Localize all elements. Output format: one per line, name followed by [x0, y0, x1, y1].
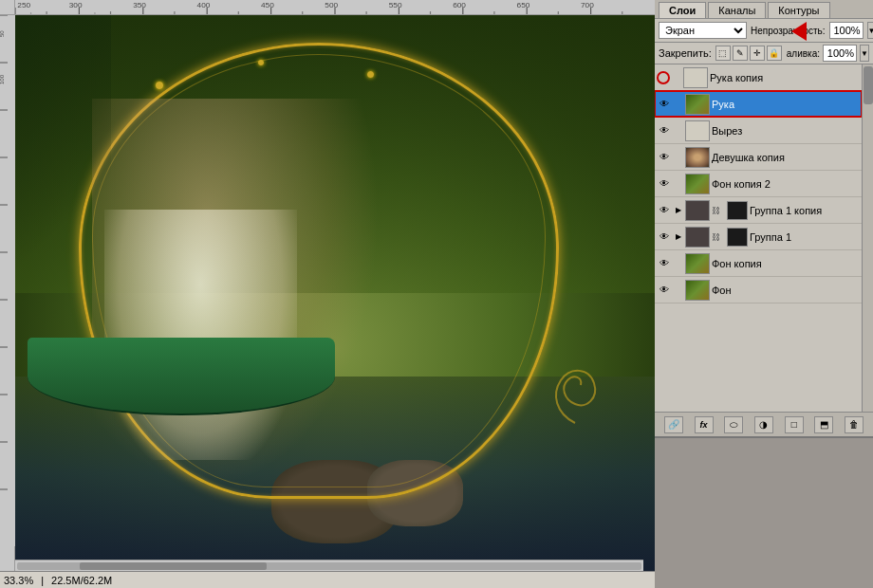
eye-visibility-devushka-kopiya[interactable]: 👁 — [657, 150, 672, 165]
svg-text:500: 500 — [325, 2, 338, 9]
panel-bottom-buttons: 🔗 fx ⬭ ◑ □ ⬒ 🗑 — [655, 412, 873, 436]
layer-name-gruppa-1: Группа 1 — [750, 231, 860, 243]
layer-item-fon-kopiya[interactable]: 👁 Фон копия — [655, 250, 862, 277]
opacity-input[interactable] — [829, 22, 864, 39]
adjustment-btn[interactable]: ◑ — [754, 416, 773, 433]
eye-visibility-vyrez[interactable]: 👁 — [657, 123, 672, 138]
layer-item-gruppa-1-kopiya[interactable]: 👁 ▶ ⛓ Группа 1 копия — [655, 197, 862, 224]
layers-scrollbar[interactable] — [862, 64, 873, 412]
link-layers-btn[interactable]: 🔗 — [664, 416, 683, 433]
svg-text:700: 700 — [581, 2, 594, 9]
lock-icons: ⬚ ✎ ✛ 🔒 — [715, 46, 783, 61]
lock-move-btn[interactable]: ✛ — [750, 46, 765, 61]
thumb-fon-kopiya — [685, 253, 710, 274]
svg-text:550: 550 — [389, 2, 402, 9]
thumb-fon — [685, 280, 710, 301]
svg-text:650: 650 — [517, 2, 530, 9]
layer-name-fon-kopiya-2: Фон копия 2 — [712, 178, 860, 190]
fill-section: аливка: ▼ — [787, 45, 869, 62]
layer-name-devushka-kopiya: Девушка копия — [712, 152, 860, 163]
ruler-corner — [0, 0, 15, 15]
tab-channels[interactable]: Каналы — [708, 2, 766, 18]
panel-tabs: Слои Каналы Контуры — [655, 0, 873, 19]
scrollbar-thumb[interactable] — [80, 562, 267, 570]
fill-input[interactable] — [823, 45, 857, 62]
thumb-ruka — [685, 94, 710, 115]
lock-position-btn[interactable]: ✎ — [733, 46, 748, 61]
svg-text:450: 450 — [261, 2, 274, 9]
eye-visibility-gruppa-1[interactable]: 👁 — [657, 230, 672, 245]
opacity-label: Непрозрачность: — [751, 26, 826, 36]
svg-text:50: 50 — [0, 30, 5, 37]
svg-text:400: 400 — [197, 2, 211, 9]
layer-name-vyrez: Вырез — [712, 125, 860, 137]
mask-thumb-gruppa-1 — [727, 228, 748, 247]
layer-item-fon[interactable]: 👁 Фон — [655, 277, 862, 303]
tab-layers[interactable]: Слои — [659, 2, 706, 18]
blend-mode-select[interactable]: Экран Нормальный Умножение — [659, 22, 747, 39]
layer-name-gruppa-1-kopiya: Группа 1 копия — [750, 205, 860, 216]
new-layer-btn[interactable]: ⬒ — [814, 416, 833, 433]
layer-item-fon-kopiya-2[interactable]: 👁 Фон копия 2 — [655, 171, 862, 197]
layer-item-vyrez[interactable]: 👁 Вырез — [655, 118, 862, 144]
svg-text:250: 250 — [17, 2, 30, 9]
layer-item-ruka[interactable]: 👁 Рука — [655, 91, 862, 118]
panel-lower-area — [655, 436, 873, 588]
thumb-gruppa-1 — [685, 227, 710, 248]
lock-label: Закрепить: — [659, 47, 712, 59]
status-bar: 33.3% | 22.5M/62.2M — [0, 571, 655, 588]
group-btn[interactable]: □ — [785, 416, 804, 433]
status-separator: | — [41, 575, 44, 586]
thumb-devushka-kopiya — [685, 147, 710, 168]
eye-visibility-ruka[interactable]: 👁 — [657, 97, 672, 112]
layers-container: Рука копия 👁 Рука 👁 Вырез 👁 Девушка копи… — [655, 64, 873, 412]
tab-contours[interactable]: Контуры — [768, 2, 829, 18]
delete-layer-btn[interactable]: 🗑 — [845, 416, 864, 433]
blend-mode-row: Экран Нормальный Умножение Непрозрачност… — [655, 19, 873, 43]
horizontal-ruler: 250 300 350 400 450 500 550 — [15, 0, 655, 15]
fill-label: аливка: — [787, 48, 820, 59]
layer-item-gruppa-1[interactable]: 👁 ▶ ⛓ Группа 1 — [655, 224, 862, 250]
canvas-workspace — [15, 15, 655, 571]
thumb-gruppa-1-kopiya — [685, 200, 710, 221]
thumb-vyrez — [685, 120, 710, 141]
layer-item-ruka-kopiya[interactable]: Рука копия — [655, 64, 862, 91]
thumb-fon-kopiya-2 — [685, 174, 710, 194]
lock-row: Закрепить: ⬚ ✎ ✛ 🔒 аливка: ▼ — [655, 43, 873, 64]
fill-arrow-btn[interactable]: ▼ — [860, 45, 869, 62]
svg-text:350: 350 — [133, 2, 146, 9]
svg-text:300: 300 — [69, 2, 83, 9]
opacity-arrow-btn[interactable]: ▼ — [867, 22, 873, 39]
doc-size: 22.5M/62.2M — [51, 575, 112, 586]
layers-list: Рука копия 👁 Рука 👁 Вырез 👁 Девушка копи… — [655, 64, 862, 412]
layer-name-fon: Фон — [712, 285, 860, 296]
thumb-ruka-kopiya — [683, 67, 708, 88]
lock-all-btn[interactable]: 🔒 — [767, 46, 782, 61]
scrollbar-track[interactable] — [17, 562, 641, 570]
svg-text:600: 600 — [453, 2, 466, 9]
layer-name-ruka-kopiya: Рука копия — [710, 72, 860, 83]
vertical-ruler: 50 100 — [0, 15, 15, 571]
chain-icon-gruppa-1-kopiya: ⛓ — [712, 206, 723, 215]
eye-visibility-fon-kopiya[interactable]: 👁 — [657, 256, 672, 271]
layer-name-fon-kopiya: Фон копия — [712, 258, 860, 269]
fx-btn[interactable]: fx — [695, 416, 714, 433]
layer-item-devushka-kopiya[interactable]: 👁 Девушка копия — [655, 144, 862, 171]
group-arrow-gruppa-1[interactable]: ▶ — [674, 230, 683, 245]
mask-thumb-gruppa-1-kopiya — [727, 201, 748, 220]
lock-pixels-btn[interactable]: ⬚ — [715, 46, 731, 61]
eye-visibility-gruppa-1-kopiya[interactable]: 👁 — [657, 203, 672, 218]
eye-visibility-fon-kopiya-2[interactable]: 👁 — [657, 176, 672, 192]
group-arrow-gruppa-1-kopiya[interactable]: ▶ — [674, 203, 683, 218]
add-mask-btn[interactable]: ⬭ — [724, 416, 743, 433]
canvas-image — [15, 15, 655, 571]
zoom-level: 33.3% — [4, 575, 33, 586]
red-circle-indicator — [657, 71, 670, 84]
chain-icon-gruppa-1: ⛓ — [712, 232, 723, 242]
eye-visibility-fon[interactable]: 👁 — [657, 283, 672, 298]
layer-name-ruka: Рука — [712, 99, 860, 110]
canvas-horizontal-scrollbar[interactable] — [15, 560, 643, 571]
svg-rect-33 — [0, 15, 15, 546]
svg-text:100: 100 — [0, 74, 5, 84]
layers-panel: Слои Каналы Контуры Экран Нормальный Умн… — [655, 0, 873, 588]
